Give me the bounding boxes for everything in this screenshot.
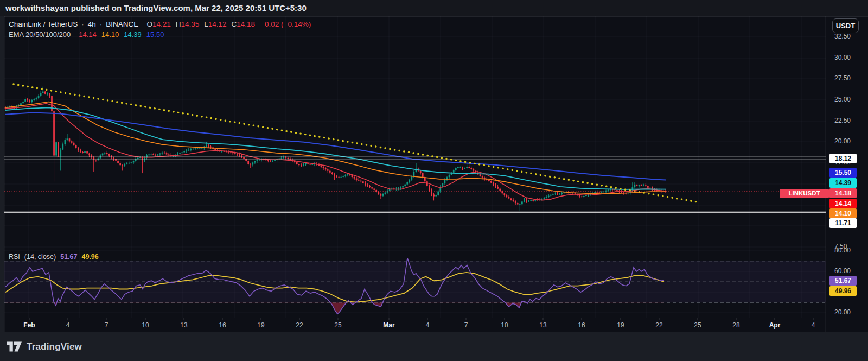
time-axis-label-7: 7: [105, 321, 108, 329]
time-axis-label-19: 19: [617, 321, 624, 329]
rsi-tag-51.67: 51.67: [829, 276, 857, 286]
ohlc-L: L14.12: [204, 20, 226, 28]
symbol-title: ChainLink / TetherUS: [9, 20, 78, 28]
time-axis-label-10: 10: [501, 321, 508, 329]
price-tag-14.10: 14.10: [829, 208, 857, 218]
price-tag-11.71: 11.71: [829, 218, 857, 228]
ema-lines: [5, 102, 666, 200]
ohlc-C: C14.18: [232, 20, 256, 28]
time-axis-label-13: 13: [180, 321, 187, 329]
time-axis-label-16: 16: [578, 321, 585, 329]
time-axis-label-4: 4: [66, 321, 70, 329]
price-tag-14.39: 14.39: [829, 178, 857, 188]
time-axis-label-Apr: Apr: [769, 321, 781, 329]
ohlc-O: O14.21: [146, 20, 170, 28]
time-axis-label-22: 22: [296, 321, 303, 329]
time-axis-label-13: 13: [539, 321, 546, 329]
ema-value-3: 15.50: [146, 30, 164, 39]
price-axis-label: 20.00: [834, 137, 851, 145]
ema-value-0: 14.14: [79, 30, 97, 39]
ohlc-H: H14.35: [176, 20, 200, 28]
rsi-legend[interactable]: RSI (14, close) 51.67 49.96: [9, 253, 99, 261]
time-axis-label-19: 19: [257, 321, 264, 329]
ema-value-1: 14.10: [101, 30, 119, 39]
price-tag-14.18: 14.18: [829, 188, 857, 198]
rsi-title: RSI: [9, 253, 20, 261]
currency-toggle-button[interactable]: USDT: [832, 18, 859, 33]
price-axis-label: 20.00: [834, 308, 851, 316]
rsi-value: 51.67: [60, 253, 77, 261]
time-axis-label-Feb: Feb: [23, 321, 35, 329]
price-tag-15.50: 15.50: [829, 168, 857, 178]
currency-toggle-label: USDT: [836, 22, 855, 30]
time-axis-label-25: 25: [694, 321, 701, 329]
interval-label: 4h: [88, 20, 96, 28]
rsi-params: (14, close): [24, 253, 56, 261]
ohlc-values: O14.21H14.35L14.12C14.18: [142, 20, 255, 28]
separator-dot: ·: [81, 20, 85, 28]
time-axis-label-Mar: Mar: [383, 321, 394, 329]
ema-legend[interactable]: EMA 20/50/100/200 14.1414.1014.3915.50: [9, 30, 164, 39]
time-axis-label-7: 7: [464, 321, 468, 329]
time-axis-label-10: 10: [142, 321, 149, 329]
chart-canvas[interactable]: [0, 0, 868, 361]
ema-value-2: 14.39: [124, 30, 142, 39]
time-axis-label-16: 16: [219, 321, 226, 329]
price-axis-label: 80.00: [834, 246, 851, 254]
price-axis-label: 60.00: [834, 267, 851, 275]
tradingview-published-chart: workwithshayan published on TradingView.…: [0, 0, 868, 361]
price-axis-label: 22.50: [834, 117, 851, 124]
tradingview-wordmark[interactable]: TradingView: [27, 341, 82, 352]
time-axis-label-22: 22: [655, 321, 662, 329]
price-axis-label: 27.50: [834, 74, 851, 82]
rsi-tag-49.96: 49.96: [829, 286, 857, 296]
symbol-legend[interactable]: ChainLink / TetherUS · 4h · BINANCE O14.…: [9, 20, 311, 28]
time-axis-label-4: 4: [426, 321, 430, 329]
price-axis-label: 30.00: [834, 54, 851, 61]
price-axis-label: 25.00: [834, 96, 851, 103]
price-tag-14.14: 14.14: [829, 199, 857, 208]
price-axis-label: 32.50: [834, 33, 851, 40]
time-axis-label-4: 4: [812, 321, 815, 329]
rsi-band: [4, 261, 826, 302]
ema50-line: [5, 102, 666, 194]
exchange-label: BINANCE: [106, 20, 138, 28]
separator-dot: ·: [99, 20, 103, 28]
time-axis-label-25: 25: [334, 321, 341, 329]
footer-bar: TradingView: [0, 332, 868, 361]
rsi-ma-value: 49.96: [81, 253, 98, 261]
price-tag-18.12: 18.12: [829, 154, 857, 163]
ema20-line: [5, 104, 666, 200]
change-value: −0.02 (−0.14%): [260, 20, 311, 28]
ema-values: 14.1414.1014.3915.50: [74, 30, 164, 39]
time-axis-label-28: 28: [732, 321, 739, 329]
symbol-price-label: LINKUSDT: [780, 189, 829, 198]
tradingview-logo-icon[interactable]: [7, 341, 22, 352]
ema-legend-title: EMA 20/50/100/200: [9, 30, 71, 39]
